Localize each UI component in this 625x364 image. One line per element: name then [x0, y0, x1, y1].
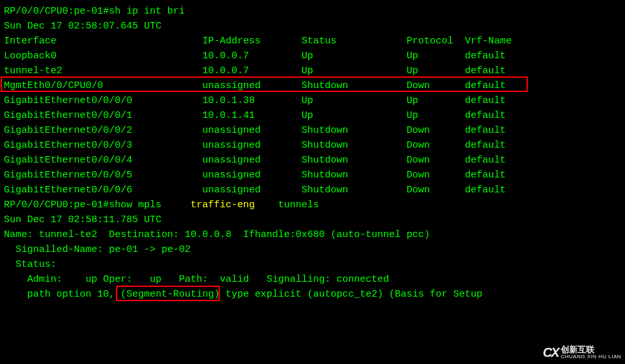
watermark-cn: 创新互联: [561, 346, 621, 353]
terminal-line: Signalled-Name: pe-01 -> pe-02: [4, 242, 621, 257]
terminal-line: RP/0/0/CPU0:pe-01#show mpls traffic-eng …: [4, 198, 621, 212]
terminal-line: RP/0/0/CPU0:pe-01#sh ip int bri: [4, 4, 621, 19]
watermark: CX 创新互联 CHUANG XIN HU LIAN: [543, 345, 621, 360]
terminal-line: Status:: [4, 257, 621, 272]
terminal-output[interactable]: RP/0/0/CPU0:pe-01#sh ip int briSun Dec 1…: [4, 4, 621, 302]
terminal-line: GigabitEthernet0/0/0/6 unassigned Shutdo…: [4, 183, 621, 198]
terminal-line: MgmtEth0/0/CPU0/0 unassigned Shutdown Do…: [4, 78, 621, 93]
terminal-line: GigabitEthernet0/0/0/1 10.0.1.41 Up Up d…: [4, 108, 621, 123]
terminal-line: Name: tunnel-te2 Destination: 10.0.0.8 I…: [4, 227, 621, 242]
terminal-line: Sun Dec 17 02:58:07.645 UTC: [4, 19, 621, 34]
terminal-line: Sun Dec 17 02:58:11.785 UTC: [4, 212, 621, 227]
terminal-line: Admin: up Oper: up Path: valid Signallin…: [4, 272, 621, 287]
watermark-en: CHUANG XIN HU LIAN: [561, 353, 621, 360]
terminal-line: Interface IP-Address Status Protocol Vrf…: [4, 34, 621, 49]
terminal-line: GigabitEthernet0/0/0/4 unassigned Shutdo…: [4, 153, 621, 168]
terminal-line: GigabitEthernet0/0/0/5 unassigned Shutdo…: [4, 168, 621, 183]
terminal-line: GigabitEthernet0/0/0/0 10.0.1.38 Up Up d…: [4, 93, 621, 108]
terminal-line: path option 10, (Segment-Routing) type e…: [4, 287, 621, 302]
terminal-line: GigabitEthernet0/0/0/2 unassigned Shutdo…: [4, 123, 621, 138]
watermark-logo-icon: CX: [543, 345, 558, 360]
terminal-line: Loopback0 10.0.0.7 Up Up default: [4, 49, 621, 63]
terminal-line: GigabitEthernet0/0/0/3 unassigned Shutdo…: [4, 138, 621, 153]
terminal-line: tunnel-te2 10.0.0.7 Up Up default: [4, 63, 621, 78]
